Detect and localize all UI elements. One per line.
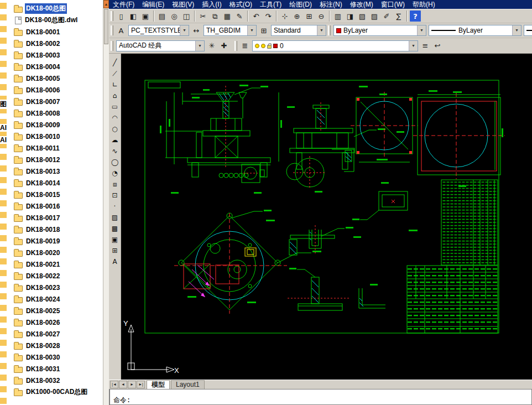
file-list-item[interactable]: DK18-0026: [7, 316, 103, 328]
spline-tool[interactable]: ∿: [109, 146, 121, 156]
copy-button[interactable]: ⧉: [209, 10, 221, 22]
pan-button[interactable]: ⊹: [279, 10, 291, 22]
rectangle-tool[interactable]: ▭: [109, 101, 121, 112]
point-tool[interactable]: ·: [109, 201, 121, 211]
file-list-item[interactable]: DK18-00总图.dwl: [7, 14, 103, 26]
construction-line-tool[interactable]: ⟋: [109, 68, 121, 79]
file-list-item[interactable]: DK1000-00CAD总图: [7, 386, 103, 398]
revcloud-tool[interactable]: ☁: [109, 134, 121, 145]
chevron-down-icon[interactable]: ▼: [247, 25, 256, 35]
menu-dimension[interactable]: 标注(N): [316, 0, 346, 9]
tab-model[interactable]: 模型: [147, 380, 170, 389]
table-style-icon[interactable]: ⊞: [258, 24, 270, 37]
workspace-combo[interactable]: AutoCAD 经典 ▼: [116, 40, 205, 51]
file-list-item[interactable]: DK18-0027: [7, 328, 103, 340]
drawing-canvas[interactable]: Y X: [121, 54, 532, 380]
file-list-item[interactable]: DK18-0025: [7, 305, 103, 316]
file-list-item[interactable]: DK18-0028: [7, 340, 103, 351]
paste-button[interactable]: ▦: [221, 10, 233, 22]
polygon-tool[interactable]: ⌂: [109, 90, 121, 101]
insert-block-tool[interactable]: ⧈: [109, 179, 121, 189]
file-list-item[interactable]: DK18-0018: [7, 224, 103, 235]
toolbar-grip[interactable]: [111, 25, 113, 35]
toolbar-grip[interactable]: [111, 41, 113, 51]
zoom-window-button[interactable]: ⊞: [303, 10, 315, 22]
menu-draw[interactable]: 绘图(D): [285, 0, 316, 9]
chevron-down-icon[interactable]: ▼: [317, 25, 326, 35]
tab-prev-button[interactable]: ◄: [119, 381, 127, 388]
file-list-item[interactable]: DK18-0022: [7, 270, 103, 282]
layer-combo[interactable]: 0 ▼: [252, 40, 418, 51]
linetype-combo[interactable]: ByLayer ▼: [429, 25, 521, 36]
color-combo[interactable]: ByLayer ▼: [333, 25, 426, 36]
line-tool[interactable]: ╱: [109, 57, 121, 68]
file-list-item[interactable]: DK18-0011: [7, 142, 103, 154]
file-list-item[interactable]: DK18-0020: [7, 247, 103, 258]
quickcalc-button[interactable]: ∑: [393, 10, 405, 22]
file-list-item[interactable]: DK18-00总图: [7, 3, 103, 14]
file-list-item[interactable]: DK18-0017: [7, 212, 103, 224]
tab-last-button[interactable]: ►|: [137, 381, 145, 388]
tab-layout1[interactable]: Layout1: [171, 380, 205, 389]
menu-view[interactable]: 视图(V): [168, 0, 198, 9]
menu-window[interactable]: 窗口(W): [377, 0, 409, 9]
publish-button[interactable]: ◫: [180, 10, 192, 22]
chevron-down-icon[interactable]: ▼: [195, 41, 204, 51]
toolbar-grip[interactable]: [328, 25, 331, 35]
make-object-layer-current-button[interactable]: ≡: [419, 40, 431, 52]
file-panel-scrollbar[interactable]: ▲: [103, 0, 109, 405]
menu-tools[interactable]: 工具(T): [256, 0, 285, 9]
circle-tool[interactable]: ○: [109, 123, 121, 134]
file-list-item[interactable]: DK18-0010: [7, 131, 103, 142]
save-button[interactable]: ▣: [139, 10, 152, 22]
table-style-combo[interactable]: Standard ▼: [271, 25, 326, 36]
file-list-item[interactable]: DK18-0021: [7, 258, 103, 270]
file-list-item[interactable]: DK18-0002: [7, 38, 103, 49]
plot-button[interactable]: ▤: [156, 10, 168, 22]
chevron-down-icon[interactable]: ▼: [512, 25, 521, 35]
layer-previous-button[interactable]: ↩: [431, 40, 444, 52]
toolbar-grip[interactable]: [234, 41, 237, 51]
menu-format[interactable]: 格式(O): [226, 0, 256, 9]
mtext-tool[interactable]: A: [109, 256, 121, 267]
file-list-item[interactable]: DK18-0003: [7, 49, 103, 61]
table-tool[interactable]: ⊞: [109, 245, 121, 256]
file-list-item[interactable]: DK18-0005: [7, 72, 103, 84]
redo-button[interactable]: ↷: [262, 10, 274, 22]
file-list-item[interactable]: DK18-0008: [7, 107, 103, 119]
toolbar-grip[interactable]: [111, 11, 113, 21]
menu-help[interactable]: 帮助(H): [409, 0, 439, 9]
ellipse-tool[interactable]: ◯: [109, 157, 121, 167]
file-list-item[interactable]: DK18-0024: [7, 293, 103, 305]
save-workspace-button[interactable]: ✚: [218, 40, 230, 52]
match-properties-button[interactable]: ✎: [233, 10, 246, 22]
file-list-item[interactable]: DK18-0032: [7, 375, 103, 386]
file-list-item[interactable]: DK18-0012: [7, 154, 103, 165]
chevron-down-icon[interactable]: ▼: [180, 25, 189, 35]
dim-style-combo[interactable]: TH_GBDIM ▼: [204, 25, 257, 36]
menu-file[interactable]: 文件(F): [109, 0, 138, 9]
hatch-tool[interactable]: ▨: [109, 212, 121, 222]
text-style-icon[interactable]: A: [115, 24, 127, 37]
tab-first-button[interactable]: |◄: [110, 381, 118, 388]
file-list-item[interactable]: DK18-0023: [7, 282, 103, 293]
file-list-item[interactable]: DK18-0015: [7, 189, 103, 200]
file-list-item[interactable]: DK18-0031: [7, 363, 103, 375]
properties-button[interactable]: ▥: [332, 10, 344, 22]
scroll-up-icon[interactable]: ▲: [103, 0, 109, 8]
file-list-item[interactable]: DK18-0019: [7, 235, 103, 247]
scrollbar-thumb[interactable]: [104, 9, 108, 44]
zoom-realtime-button[interactable]: ⊕: [291, 10, 303, 22]
plot-preview-button[interactable]: ◎: [168, 10, 180, 22]
layer-freeze-icon[interactable]: [261, 44, 265, 48]
make-block-tool[interactable]: ⊡: [109, 190, 121, 200]
menu-insert[interactable]: 插入(I): [198, 0, 225, 9]
file-list-item[interactable]: DK18-0009: [7, 119, 103, 131]
help-button[interactable]: ?: [409, 10, 421, 22]
layer-properties-button[interactable]: ≣: [239, 40, 251, 52]
region-tool[interactable]: ▣: [109, 234, 121, 245]
gradient-tool[interactable]: ▩: [109, 223, 121, 233]
menu-modify[interactable]: 修改(M): [346, 0, 377, 9]
markup-button[interactable]: ✐: [380, 10, 393, 22]
chevron-down-icon[interactable]: ▼: [409, 41, 418, 51]
